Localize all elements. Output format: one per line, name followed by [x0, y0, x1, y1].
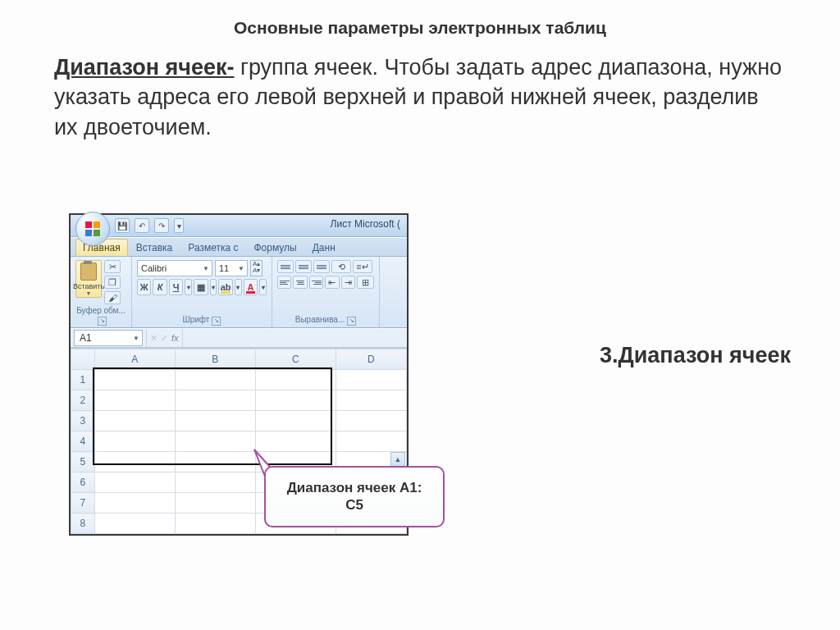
body-text: Диапазон ячеек- группа ячеек. Чтобы зада…	[54, 52, 786, 142]
titlebar: 💾 ↶ ↷ ▾ Лист Microsoft (	[71, 215, 407, 237]
chevron-down-icon: ▼	[203, 265, 209, 272]
quick-access-toolbar: 💾 ↶ ↷ ▾	[115, 218, 184, 233]
group-label-alignment: Выравнива...↘	[277, 313, 374, 326]
callout-label: Диапазон ячеек А1: С5	[264, 466, 445, 527]
undo-icon[interactable]: ↶	[135, 218, 149, 233]
name-box[interactable]: A1▼	[74, 330, 143, 346]
align-bottom-icon[interactable]	[313, 260, 330, 273]
font-color-button[interactable]: A	[244, 279, 258, 295]
cut-icon[interactable]: ✂	[104, 260, 121, 273]
copy-icon[interactable]: ❐	[104, 276, 121, 289]
scroll-up-icon[interactable]: ▲	[390, 452, 405, 467]
row-header[interactable]: 7	[71, 493, 95, 514]
section-label: 3.Диапазон ячеек	[600, 343, 791, 368]
align-top-icon[interactable]	[277, 260, 294, 273]
tab-layout[interactable]: Разметка с	[180, 239, 245, 256]
font-size-combo[interactable]: 11▼	[215, 260, 248, 276]
formula-bar: A1▼ ✕ ✓ fx	[71, 328, 407, 348]
clipboard-icon	[80, 262, 97, 281]
ribbon-tabs: Главная Вставка Разметка с Формулы Данн	[71, 237, 407, 257]
merge-center-icon[interactable]: ⊞	[357, 276, 374, 289]
font-grow-shrink[interactable]: A▴A▾	[250, 260, 262, 276]
chevron-down-icon[interactable]: ▾	[185, 279, 192, 295]
borders-button[interactable]: ▦	[194, 279, 208, 295]
wrap-text-icon[interactable]: ≡↵	[353, 260, 372, 273]
redo-icon[interactable]: ↷	[154, 218, 169, 233]
callout-line2: С5	[345, 497, 363, 513]
column-header[interactable]: C	[255, 349, 336, 370]
row-header[interactable]: 6	[71, 472, 95, 493]
chevron-down-icon[interactable]: ▾	[259, 279, 267, 295]
dialog-launcher-icon[interactable]: ↘	[98, 317, 107, 326]
select-all-corner[interactable]	[71, 349, 95, 370]
row-header[interactable]: 2	[71, 390, 95, 411]
row-header[interactable]: 4	[71, 431, 95, 452]
font-name-combo[interactable]: Calibri▼	[137, 260, 212, 276]
format-painter-icon[interactable]: 🖌	[104, 291, 121, 304]
dialog-launcher-icon[interactable]: ↘	[212, 317, 221, 326]
tab-formulas[interactable]: Формулы	[247, 239, 304, 256]
group-alignment: ⟲ ≡↵ ⇤ ⇥ ⊞ Выравнива...↘	[272, 257, 380, 327]
office-logo-icon	[85, 221, 100, 236]
callout-line1: Диапазон ячеек А1:	[287, 480, 422, 495]
decrease-indent-icon[interactable]: ⇤	[325, 276, 339, 289]
bold-button[interactable]: Ж	[137, 279, 151, 295]
group-font: Calibri▼ 11▼ A▴A▾ Ж К Ч ▾ ▦ ▾ ab ▾ A ▾ Ш	[132, 257, 272, 327]
office-button[interactable]	[75, 212, 110, 246]
row-header[interactable]: 1	[71, 370, 95, 390]
paste-button[interactable]: Вставить ▼	[75, 260, 102, 298]
column-header[interactable]: A	[94, 349, 175, 370]
qat-more-icon[interactable]: ▾	[174, 218, 184, 233]
underline-button[interactable]: Ч	[169, 279, 183, 295]
cancel-icon[interactable]: ✕	[150, 333, 158, 344]
orientation-icon[interactable]: ⟲	[331, 260, 351, 273]
row-header[interactable]: 5	[71, 452, 95, 472]
slide-title: Основные параметры электронных таблиц	[0, 18, 840, 38]
align-right-icon[interactable]	[309, 276, 323, 289]
fx-icon[interactable]: fx	[171, 333, 179, 343]
enter-icon[interactable]: ✓	[161, 333, 168, 344]
chevron-down-icon: ▼	[86, 290, 92, 296]
align-middle-icon[interactable]	[295, 260, 312, 273]
row-header[interactable]: 8	[71, 514, 95, 534]
chevron-down-icon: ▼	[238, 265, 244, 272]
formula-bar-buttons: ✕ ✓ fx	[146, 329, 183, 347]
chevron-down-icon[interactable]: ▾	[210, 279, 217, 295]
chevron-down-icon: ▼	[133, 335, 139, 342]
group-label-clipboard: Буфер обм...↘	[75, 304, 126, 326]
ribbon: Вставить ▼ ✂ ❐ 🖌 Буфер обм...↘ Calibri▼ …	[71, 257, 407, 328]
increase-indent-icon[interactable]: ⇥	[341, 276, 355, 289]
dialog-launcher-icon[interactable]: ↘	[347, 317, 356, 326]
tab-insert[interactable]: Вставка	[129, 239, 180, 256]
chevron-down-icon[interactable]: ▾	[235, 279, 242, 295]
tab-data[interactable]: Данн	[305, 239, 343, 256]
group-label-font: Шрифт↘	[137, 313, 267, 326]
column-header[interactable]: B	[175, 349, 255, 370]
italic-button[interactable]: К	[153, 279, 167, 295]
align-left-icon[interactable]	[277, 276, 291, 289]
fill-color-button[interactable]: ab	[218, 279, 232, 295]
row-header[interactable]: 3	[71, 411, 95, 431]
save-icon[interactable]: 💾	[115, 218, 130, 233]
term: Диапазон ячеек-	[54, 55, 235, 80]
group-clipboard: Вставить ▼ ✂ ❐ 🖌 Буфер обм...↘	[71, 257, 132, 327]
paste-label: Вставить	[73, 282, 104, 290]
window-title: Лист Microsoft (	[331, 218, 400, 230]
column-header[interactable]: D	[336, 349, 406, 370]
align-center-icon[interactable]	[293, 276, 307, 289]
